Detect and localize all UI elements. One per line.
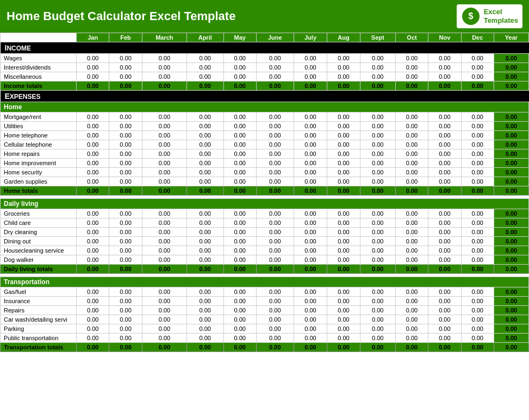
trans-parking-row: Parking 0.000.000.000.000.000.000.000.00…: [1, 324, 529, 334]
col-feb: Feb: [109, 33, 142, 42]
col-jan: Jan: [77, 33, 109, 42]
logo-icon: $: [461, 7, 481, 26]
app-title: Home Budget Calculator Excel Template: [7, 9, 235, 23]
income-section-header: INCOME: [1, 42, 529, 54]
wages-mar[interactable]: 0.00: [142, 54, 186, 63]
col-year: Year: [494, 33, 528, 42]
home-improvement-row: Home improvement 0.000.000.000.000.000.0…: [1, 159, 529, 168]
daily-living-subsection-header: Daily living: [1, 199, 529, 209]
trans-repairs-row: Repairs 0.000.000.000.000.000.000.000.00…: [1, 306, 529, 315]
dl-childcare-row: Child care 0.000.000.000.000.000.000.000…: [1, 218, 529, 228]
trans-gas-row: Gas/fuel 0.000.000.000.000.000.000.000.0…: [1, 287, 529, 297]
income-totals-label: Income totals: [1, 82, 77, 91]
income-wages-row: Wages 0.00 0.00 0.00 0.00 0.00 0.00 0.00…: [1, 54, 529, 63]
wages-dec[interactable]: 0.00: [461, 54, 494, 63]
wages-nov[interactable]: 0.00: [428, 54, 461, 63]
svg-text:$: $: [468, 11, 473, 21]
col-april: April: [186, 33, 223, 42]
dl-drycleaning-row: Dry cleaning 0.000.000.000.000.000.000.0…: [1, 228, 529, 237]
home-subsection-header: Home: [1, 102, 529, 112]
col-aug: Aug: [327, 33, 360, 42]
dl-housecleaning-row: Housecleaning service 0.000.000.000.000.…: [1, 246, 529, 255]
misc-label: Miscellaneous: [1, 72, 77, 82]
col-may: May: [223, 33, 256, 42]
trans-insurance-row: Insurance 0.000.000.000.000.000.000.000.…: [1, 297, 529, 306]
wages-aug[interactable]: 0.00: [327, 54, 360, 63]
expenses-section-label: EXPENSES: [1, 91, 529, 102]
income-totals-row: Income totals 0.000.000.000.000.000.000.…: [1, 82, 529, 91]
wages-label: Wages: [1, 54, 77, 63]
income-section-label: INCOME: [1, 42, 529, 54]
home-garden-row: Garden supplies 0.000.000.000.000.000.00…: [1, 177, 529, 186]
col-july: July: [294, 33, 327, 42]
home-security-row: Home security 0.000.000.000.000.000.000.…: [1, 168, 529, 177]
transportation-label: Transportation: [1, 277, 529, 287]
logo-area: $ Excel Templates: [457, 4, 522, 28]
logo-text: Excel Templates: [484, 8, 518, 24]
home-telephone-row: Home telephone 0.000.000.000.000.000.000…: [1, 131, 529, 140]
wages-may[interactable]: 0.00: [223, 54, 256, 63]
col-label: [1, 33, 77, 42]
trans-publictrans-row: Public transportation 0.000.000.000.000.…: [1, 334, 529, 343]
col-june: June: [256, 33, 294, 42]
column-header-row: Jan Feb March April May June July Aug Se…: [1, 33, 529, 42]
home-repairs-row: Home repairs 0.000.000.000.000.000.000.0…: [1, 149, 529, 159]
wages-jul[interactable]: 0.00: [294, 54, 327, 63]
expenses-section-header: EXPENSES: [1, 91, 529, 102]
daily-living-totals-row: Daily living totals 0.000.000.000.000.00…: [1, 265, 529, 274]
wages-oct[interactable]: 0.00: [395, 54, 428, 63]
home-mortgage-row: Mortgage/rent 0.000.000.000.000.000.000.…: [1, 112, 529, 122]
interest-label: Interest/dividends: [1, 63, 77, 72]
wages-jan[interactable]: 0.00: [77, 54, 109, 63]
dl-groceries-row: Groceries 0.000.000.000.000.000.000.000.…: [1, 209, 529, 218]
home-utilities-row: Utilities 0.000.000.000.000.000.000.000.…: [1, 122, 529, 131]
wages-jun[interactable]: 0.00: [256, 54, 294, 63]
budget-body: INCOME Wages 0.00 0.00 0.00 0.00 0.00 0.…: [1, 42, 529, 352]
wages-feb[interactable]: 0.00: [109, 54, 142, 63]
transportation-totals-row: Transportation totals 0.000.000.000.000.…: [1, 343, 529, 352]
income-misc-row: Miscellaneous 0.000.000.000.000.000.000.…: [1, 72, 529, 82]
home-cellular-row: Cellular telephone 0.000.000.000.000.000…: [1, 140, 529, 149]
dl-dining-row: Dining out 0.000.000.000.000.000.000.000…: [1, 237, 529, 246]
wages-sep[interactable]: 0.00: [360, 54, 395, 63]
wages-year: 0.00: [494, 54, 528, 63]
col-dec: Dec: [461, 33, 494, 42]
col-march: March: [142, 33, 186, 42]
daily-living-label: Daily living: [1, 199, 529, 209]
home-subsection-label: Home: [1, 102, 529, 112]
col-nov: Nov: [428, 33, 461, 42]
home-totals-row: Home totals 0.000.000.000.000.000.000.00…: [1, 186, 529, 196]
col-oct: Oct: [395, 33, 428, 42]
app-header: Home Budget Calculator Excel Template $ …: [0, 0, 529, 33]
budget-table: Jan Feb March April May June July Aug Se…: [0, 33, 529, 352]
income-interest-row: Interest/dividends 0.000.000.000.000.000…: [1, 63, 529, 72]
col-sept: Sept: [360, 33, 395, 42]
transportation-subsection-header: Transportation: [1, 277, 529, 287]
dl-dogwalker-row: Dog walker 0.000.000.000.000.000.000.000…: [1, 255, 529, 265]
trans-carwash-row: Car wash/detailing servi 0.000.000.000.0…: [1, 315, 529, 324]
wages-apr[interactable]: 0.00: [186, 54, 223, 63]
